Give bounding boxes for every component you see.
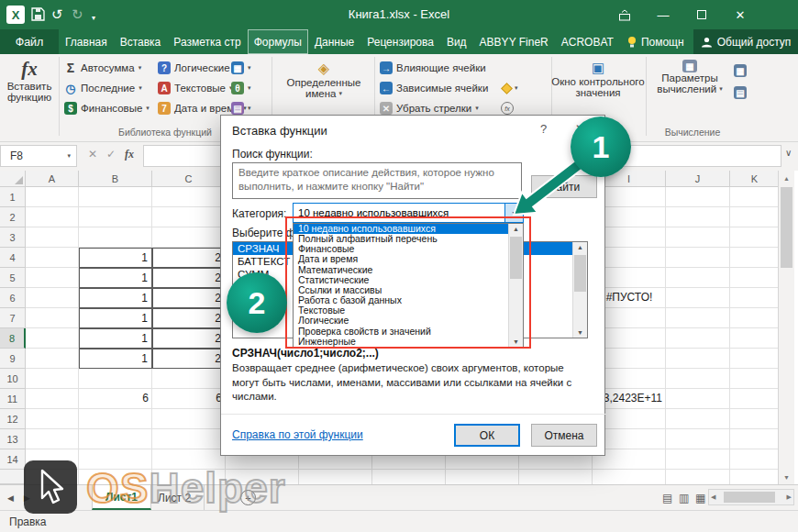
name-box-caret-icon[interactable]: ▾ bbox=[67, 152, 71, 160]
search-function-input[interactable]: Введите краткое описание действия, котор… bbox=[232, 162, 522, 199]
lookup-reference-button[interactable]: ▦ ▾ bbox=[231, 59, 251, 77]
tab-view[interactable]: Вид bbox=[440, 29, 473, 54]
row-header-10[interactable]: 10 bbox=[0, 369, 26, 389]
tab-tell-me[interactable]: Помощн bbox=[620, 29, 691, 54]
cell-C7[interactable]: 2 bbox=[152, 308, 226, 328]
row-header-2[interactable]: 2 bbox=[0, 207, 26, 227]
vertical-scrollbar[interactable]: ▲ ▼ bbox=[778, 171, 794, 484]
trace-dependents-button[interactable]: ← Зависимые ячейки bbox=[380, 79, 488, 97]
new-sheet-button[interactable]: + bbox=[240, 490, 256, 505]
text-functions-button[interactable]: А Текстовые ▾ bbox=[158, 79, 233, 97]
category-combobox[interactable]: 10 недавно использовавшихся ▾ bbox=[293, 203, 524, 223]
row-header-12[interactable]: 12 bbox=[0, 409, 26, 429]
formula-enter-icon[interactable]: ✓ bbox=[106, 148, 116, 161]
maximize-button[interactable] bbox=[682, 0, 721, 29]
ribbon-display-options-icon[interactable] bbox=[605, 0, 644, 29]
row-header-1[interactable]: 1 bbox=[0, 187, 26, 207]
column-header-B[interactable]: B bbox=[79, 171, 152, 187]
category-dropdown-list[interactable]: 10 недавно использовавшихсяПолный алфави… bbox=[293, 223, 524, 348]
cell-C8[interactable]: 2 bbox=[152, 328, 226, 349]
column-header-K[interactable]: K bbox=[730, 171, 778, 187]
row-header-partial[interactable] bbox=[0, 470, 26, 484]
tab-insert[interactable]: Вставка bbox=[114, 29, 168, 54]
scroll-right-icon[interactable]: ▶ bbox=[787, 493, 792, 501]
cell-B8[interactable]: 1 bbox=[79, 328, 152, 349]
ok-button[interactable]: ОК bbox=[454, 424, 520, 447]
tab-page-layout[interactable]: Разметка стр bbox=[167, 29, 247, 54]
scroll-up-icon[interactable]: ▲ bbox=[577, 244, 583, 250]
cell-B5[interactable]: 1 bbox=[79, 268, 152, 288]
insert-function-button[interactable]: fx Вставить функцию bbox=[2, 58, 57, 103]
row-header-13[interactable]: 13 bbox=[0, 429, 26, 449]
tab-file[interactable]: Файл bbox=[0, 29, 59, 54]
logical-button[interactable]: ? Логические ▾ bbox=[158, 59, 237, 77]
qat-customize-icon[interactable]: ▾ bbox=[92, 9, 95, 28]
close-button[interactable]: ✕ bbox=[721, 0, 759, 29]
name-box[interactable]: F8 ▾ bbox=[0, 145, 77, 167]
cell-C4[interactable]: 2 bbox=[152, 248, 226, 268]
row-header-5[interactable]: 5 bbox=[0, 268, 26, 288]
recent-functions-button[interactable]: ◷ Последние ▾ bbox=[64, 79, 142, 97]
category-option[interactable]: Логические bbox=[294, 316, 508, 326]
function-help-link[interactable]: Справка по этой функции bbox=[232, 428, 363, 441]
scroll-thumb[interactable] bbox=[574, 255, 586, 292]
function-list-scrollbar[interactable]: ▲ ▼ bbox=[572, 242, 587, 338]
cell-C5[interactable]: 2 bbox=[152, 268, 226, 288]
tab-data[interactable]: Данные bbox=[308, 29, 360, 54]
calculation-options-button[interactable]: ▦ Параметры вычислений ▾ bbox=[648, 60, 732, 94]
share-button[interactable]: Общий доступ bbox=[693, 29, 798, 54]
row-header-6[interactable]: 6 bbox=[0, 288, 26, 308]
formula-bar-expand-icon[interactable]: ∨ bbox=[785, 148, 792, 158]
tab-formulas[interactable]: Формулы bbox=[248, 29, 308, 54]
view-page-break-icon[interactable]: ▦ bbox=[695, 492, 705, 504]
tab-home[interactable]: Главная bbox=[59, 29, 114, 54]
vertical-scroll-thumb[interactable] bbox=[781, 187, 792, 268]
autosum-button[interactable]: Σ Автосумма ▾ bbox=[64, 59, 141, 77]
scroll-down-icon[interactable]: ▼ bbox=[577, 329, 583, 336]
dialog-help-icon[interactable]: ? bbox=[540, 122, 547, 136]
scroll-thumb[interactable] bbox=[510, 237, 522, 279]
horizontal-scrollbar[interactable]: ◀ ▶ bbox=[708, 489, 794, 505]
row-header-7[interactable]: 7 bbox=[0, 308, 26, 328]
calculate-now-button[interactable]: ▦ bbox=[734, 61, 747, 80]
cell-B11[interactable]: 6 bbox=[79, 389, 152, 409]
cancel-button[interactable]: Отмена bbox=[531, 424, 597, 447]
cell-C6[interactable]: 2 bbox=[152, 288, 226, 308]
sheet-nav-left-icon[interactable]: ◀ bbox=[7, 493, 14, 503]
horizontal-scroll-thumb[interactable] bbox=[724, 492, 775, 503]
financial-button[interactable]: $ Финансовые ▾ bbox=[64, 99, 150, 117]
scroll-down-icon[interactable]: ▼ bbox=[513, 338, 519, 345]
category-option[interactable]: Инженерные bbox=[294, 337, 508, 347]
tab-abbyy[interactable]: ABBYY FineR bbox=[473, 29, 555, 54]
row-header-11[interactable]: 11 bbox=[0, 389, 26, 409]
save-icon[interactable] bbox=[31, 7, 45, 21]
cell-C9[interactable]: 2 bbox=[152, 349, 226, 369]
row-header-8[interactable]: 8 bbox=[0, 328, 26, 349]
row-header-9[interactable]: 9 bbox=[0, 349, 26, 369]
insert-function-fx-icon[interactable]: fx bbox=[125, 148, 134, 161]
cell-B6[interactable]: 1 bbox=[79, 288, 152, 308]
scroll-left-icon[interactable]: ◀ bbox=[711, 493, 715, 501]
select-all-corner[interactable] bbox=[0, 171, 26, 187]
scroll-down-icon[interactable]: ▼ bbox=[779, 470, 794, 484]
formula-cancel-icon[interactable]: ✕ bbox=[88, 148, 97, 161]
row-header-4[interactable]: 4 bbox=[0, 248, 26, 268]
cell-C11[interactable]: 6 bbox=[152, 389, 226, 409]
cell-B9[interactable]: 1 bbox=[79, 349, 152, 369]
view-normal-icon[interactable]: ▤ bbox=[662, 492, 672, 504]
column-header-A[interactable]: A bbox=[26, 171, 79, 187]
redo-icon[interactable]: ↻ bbox=[72, 6, 83, 24]
error-checking-button[interactable]: ▾ bbox=[503, 79, 518, 97]
category-dropdown-scrollbar[interactable]: ▲ ▼ bbox=[508, 224, 523, 347]
row-header-3[interactable]: 3 bbox=[0, 227, 26, 248]
row-header-14[interactable]: 14 bbox=[0, 449, 26, 470]
cell-B4[interactable]: 1 bbox=[79, 248, 152, 268]
calculate-sheet-button[interactable]: ▤ bbox=[734, 83, 747, 102]
tab-acrobat[interactable]: ACROBAT bbox=[555, 29, 620, 54]
view-page-layout-icon[interactable]: ▥ bbox=[679, 492, 689, 504]
sheet-tab-list2[interactable]: Лист 2 bbox=[145, 485, 205, 510]
trace-precedents-button[interactable]: → Влияющие ячейки bbox=[380, 59, 486, 77]
scroll-up-icon[interactable]: ▲ bbox=[779, 171, 794, 185]
defined-names-button[interactable]: ◈ Определенные имена ▾ bbox=[275, 60, 372, 99]
cell-B7[interactable]: 1 bbox=[79, 308, 152, 328]
